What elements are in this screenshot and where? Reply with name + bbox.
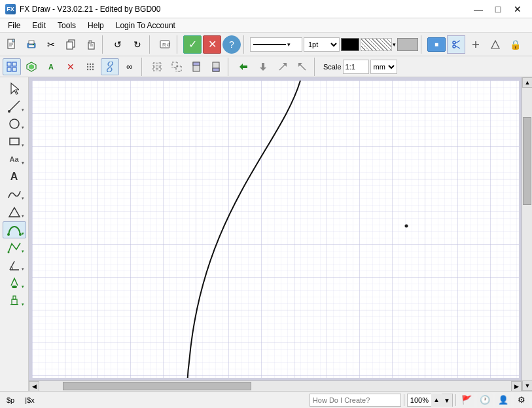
svg-point-65	[7, 251, 9, 253]
arrow-ne-button[interactable]	[274, 58, 292, 75]
scroll-down-button[interactable]: ▼	[522, 380, 532, 391]
scale-input[interactable]	[343, 60, 369, 74]
zoom-down-button[interactable]: ▼	[442, 394, 452, 407]
unit-select[interactable]: mm cm m in pt	[370, 60, 397, 74]
scroll-horizontal-thumb[interactable]	[63, 382, 251, 390]
group-button3[interactable]	[187, 58, 205, 75]
freehand-tool[interactable]: ▾	[3, 186, 26, 203]
bezier-tool[interactable]: ▾	[3, 221, 26, 238]
scroll-horizontal-track[interactable]	[39, 381, 511, 391]
separator	[141, 58, 145, 76]
line-style-selector[interactable]: ▾	[250, 37, 302, 52]
select-tool[interactable]	[3, 80, 26, 97]
scroll-vertical-track[interactable]	[522, 88, 532, 380]
text-tool[interactable]: Aa ▾	[3, 151, 26, 168]
scrollbar-vertical[interactable]: ▲ ▼	[522, 77, 532, 391]
lock-button[interactable]: 🔒	[506, 35, 524, 54]
line-weight-select[interactable]: 1pt 0.5pt 1.5pt 2pt 3pt	[304, 37, 340, 52]
title-bar-left: FX FX Draw - V23.02.21 - Edited by BGD00	[5, 4, 160, 14]
menu-tools[interactable]: Tools	[52, 20, 81, 31]
grid-view-button[interactable]	[3, 58, 21, 75]
menu-edit[interactable]: Edit	[27, 20, 51, 31]
copy-button[interactable]	[62, 35, 80, 54]
app-title: FX Draw - V23.02.21 - Edited by BGD00	[20, 5, 160, 14]
menu-help[interactable]: Help	[82, 20, 109, 31]
svg-line-56	[299, 64, 306, 70]
svg-rect-42	[158, 67, 161, 71]
svg-point-32	[87, 65, 88, 67]
menu-file[interactable]: File	[3, 20, 26, 31]
svg-marker-57	[11, 83, 19, 94]
user-button[interactable]: 👤	[495, 393, 511, 407]
title-bar: FX FX Draw - V23.02.21 - Edited by BGD00…	[0, 0, 532, 18]
link-button[interactable]	[101, 58, 119, 75]
scroll-vertical-thumb[interactable]	[523, 117, 531, 205]
scissors-button[interactable]	[447, 35, 465, 54]
arrow-nw-button[interactable]	[293, 58, 311, 75]
scrollbar-horizontal[interactable]: ◀ ▶	[29, 380, 522, 391]
dots-button[interactable]	[81, 58, 99, 75]
angle-tool[interactable]: ▾	[3, 257, 26, 274]
fill-selector[interactable]	[397, 38, 418, 51]
large-text-tool[interactable]: A	[3, 168, 26, 185]
coord-dollar-x: |$x	[21, 396, 38, 404]
svg-marker-62	[9, 208, 20, 217]
close-button[interactable]: ✕	[508, 2, 527, 16]
scroll-left-button[interactable]: ◀	[29, 381, 39, 392]
text-snap-button[interactable]: A	[42, 58, 60, 75]
line-tool[interactable]: ▾	[3, 98, 26, 115]
circle-tool[interactable]: ▾	[3, 115, 26, 132]
no-snap-button[interactable]: ✕	[62, 58, 80, 75]
maximize-button[interactable]: □	[489, 2, 507, 16]
flag-button[interactable]: 🚩	[459, 393, 474, 407]
redo-button[interactable]: ↻	[128, 35, 147, 54]
redraw-button[interactable]: R↺	[156, 35, 174, 54]
settings-button[interactable]: ⚙	[514, 393, 529, 407]
svg-marker-49	[239, 64, 243, 70]
svg-line-18	[455, 41, 460, 43]
arrow-down-button[interactable]	[254, 58, 272, 75]
scale-label: Scale	[323, 63, 342, 71]
polyline-tool[interactable]: ▾	[3, 239, 26, 256]
rectangle-tool[interactable]: ▾	[3, 133, 26, 150]
separator	[177, 35, 181, 54]
group-button1[interactable]	[148, 58, 166, 75]
zoom-up-button[interactable]: ▲	[431, 394, 442, 407]
separator	[243, 35, 247, 54]
group-button2[interactable]	[168, 58, 186, 75]
scroll-right-button[interactable]: ▶	[511, 381, 522, 392]
svg-rect-41	[153, 67, 156, 71]
scroll-up-button[interactable]: ▲	[522, 77, 532, 88]
triangle-tool[interactable]: ▾	[3, 204, 26, 221]
cut-button[interactable]: ✂	[42, 35, 60, 54]
stamp-tool[interactable]: ▾	[3, 292, 26, 309]
fill-tool[interactable]: ▾	[3, 274, 26, 291]
arrow-left-button[interactable]	[234, 58, 253, 75]
coord-dollar-p: $p	[3, 396, 18, 404]
confirm-button[interactable]: ✓	[183, 35, 202, 54]
undo-button[interactable]: ↺	[109, 35, 127, 54]
group-button4[interactable]	[207, 58, 225, 75]
pattern-dropdown[interactable]: ▾	[393, 41, 396, 48]
tool-button-2[interactable]	[467, 35, 485, 54]
snap-button[interactable]	[22, 58, 41, 75]
hint-input[interactable]	[310, 394, 401, 407]
link-break-button[interactable]: ∞	[120, 58, 139, 75]
cancel-button[interactable]: ✕	[203, 35, 221, 54]
minimize-button[interactable]: —	[469, 2, 488, 16]
svg-point-31	[92, 63, 94, 64]
svg-point-7	[33, 44, 34, 45]
new-button[interactable]	[3, 35, 21, 54]
tool-button-3[interactable]	[486, 35, 505, 54]
svg-point-30	[90, 63, 91, 64]
pattern-selector[interactable]	[361, 38, 392, 51]
color-picker[interactable]	[341, 38, 359, 51]
menu-login[interactable]: Login To Account	[111, 20, 181, 31]
paste-button[interactable]	[81, 35, 99, 54]
history-button[interactable]: 🕐	[477, 393, 493, 407]
svg-rect-61	[10, 138, 19, 145]
drawing-canvas[interactable]	[32, 81, 519, 378]
help-button[interactable]: ?	[222, 35, 241, 54]
print-button[interactable]	[22, 35, 41, 54]
style-button[interactable]: ■	[427, 37, 446, 52]
